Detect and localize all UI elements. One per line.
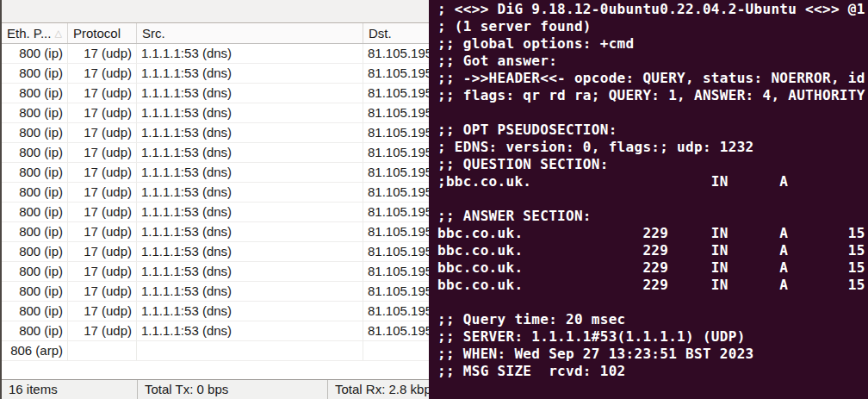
- cell-eth: 800 (ip): [2, 183, 68, 202]
- column-header-label: Eth. P...: [7, 26, 51, 41]
- column-header-label: Protocol: [73, 26, 121, 41]
- cell-protocol: 17 (udp): [68, 103, 137, 122]
- cell-src: 1.1.1.1:53 (dns): [137, 123, 363, 142]
- cell-src: 1.1.1.1:53 (dns): [137, 143, 363, 162]
- cell-src: 1.1.1.1:53 (dns): [137, 103, 363, 122]
- cell-protocol: 17 (udp): [68, 242, 137, 261]
- cell-src: 1.1.1.1:53 (dns): [137, 282, 363, 301]
- status-total-tx: Total Tx: 0 bps: [137, 380, 327, 399]
- terminal-line: ; (1 server found): [437, 18, 868, 35]
- terminal-line: ;; flags: qr rd ra; QUERY: 1, ANSWER: 4,…: [437, 87, 868, 104]
- column-header-src[interactable]: Src.: [137, 23, 363, 43]
- cell-eth: 800 (ip): [2, 242, 68, 261]
- terminal-line: [437, 104, 868, 122]
- cell-protocol: 17 (udp): [68, 163, 137, 182]
- cell-src: 1.1.1.1:53 (dns): [137, 203, 363, 221]
- terminal-window[interactable]: ; <<>> DiG 9.18.12-0ubuntu0.22.04.2-Ubun…: [429, 0, 868, 399]
- terminal-line: ;; OPT PSEUDOSECTION:: [437, 122, 868, 139]
- cell-protocol: 17 (udp): [68, 44, 137, 63]
- cell-src: [137, 341, 363, 360]
- terminal-line: [437, 294, 868, 311]
- cell-eth: 800 (ip): [2, 163, 68, 182]
- column-header-label: Src.: [142, 26, 165, 41]
- terminal-line: ;; MSG SIZE rcvd: 102: [437, 363, 868, 380]
- cell-src: 1.1.1.1:53 (dns): [137, 64, 363, 83]
- terminal-line: [437, 190, 868, 208]
- cell-src: 1.1.1.1:53 (dns): [137, 242, 363, 261]
- terminal-line: bbc.co.uk. 229 IN A 15: [437, 277, 868, 294]
- cell-protocol: 17 (udp): [68, 321, 137, 340]
- terminal-line: ; <<>> DiG 9.18.12-0ubuntu0.22.04.2-Ubun…: [437, 1, 868, 18]
- cell-src: 1.1.1.1:53 (dns): [137, 262, 363, 281]
- terminal-line: ;; Query time: 20 msec: [437, 311, 868, 328]
- cell-protocol: 17 (udp): [68, 203, 137, 221]
- terminal-line: ;; QUESTION SECTION:: [437, 156, 868, 173]
- cell-eth: 800 (ip): [2, 84, 68, 103]
- terminal-line: ;; WHEN: Wed Sep 27 13:23:51 BST 2023: [437, 346, 868, 363]
- terminal-line: ; EDNS: version: 0, flags:; udp: 1232: [437, 139, 868, 156]
- terminal-line: ;bbc.co.uk. IN A: [437, 173, 868, 190]
- cell-protocol: [68, 341, 137, 360]
- cell-eth: 800 (ip): [2, 203, 68, 221]
- screen: Eth. P...△ProtocolSrc.Dst. 800 (ip)17 (u…: [0, 0, 868, 399]
- cell-eth: 800 (ip): [2, 282, 68, 301]
- terminal-line: ;; ANSWER SECTION:: [437, 208, 868, 225]
- cell-src: 1.1.1.1:53 (dns): [137, 44, 363, 63]
- cell-eth: 800 (ip): [2, 64, 68, 83]
- cell-protocol: 17 (udp): [68, 222, 137, 241]
- cell-eth: 800 (ip): [2, 44, 68, 63]
- terminal-line: ;; global options: +cmd: [437, 35, 868, 53]
- cell-protocol: 17 (udp): [68, 64, 137, 83]
- cell-eth: 800 (ip): [2, 123, 68, 142]
- cell-src: 1.1.1.1:53 (dns): [137, 183, 363, 202]
- cell-eth: 800 (ip): [2, 103, 68, 122]
- cell-protocol: 17 (udp): [68, 302, 137, 321]
- cell-src: 1.1.1.1:53 (dns): [137, 163, 363, 182]
- cell-eth: 800 (ip): [2, 143, 68, 162]
- cell-eth: 800 (ip): [2, 302, 68, 321]
- terminal-line: ;; Got answer:: [437, 53, 868, 70]
- column-header-protocol[interactable]: Protocol: [68, 23, 137, 43]
- cell-src: 1.1.1.1:53 (dns): [137, 84, 363, 103]
- cell-eth: 800 (ip): [2, 222, 68, 241]
- sort-ascending-icon: △: [55, 28, 62, 38]
- cell-protocol: 17 (udp): [68, 282, 137, 301]
- cell-protocol: 17 (udp): [68, 143, 137, 162]
- terminal-line: bbc.co.uk. 229 IN A 15: [437, 225, 868, 242]
- terminal-line: bbc.co.uk. 229 IN A 15: [437, 259, 868, 277]
- cell-src: 1.1.1.1:53 (dns): [137, 222, 363, 241]
- cell-eth: 806 (arp): [2, 341, 68, 360]
- column-header-eth[interactable]: Eth. P...△: [2, 23, 68, 43]
- status-items-count: 16 items: [2, 380, 137, 399]
- cell-protocol: 17 (udp): [68, 183, 137, 202]
- cell-src: 1.1.1.1:53 (dns): [137, 302, 363, 321]
- cell-eth: 800 (ip): [2, 321, 68, 340]
- column-header-label: Dst.: [369, 26, 392, 41]
- cell-protocol: 17 (udp): [68, 262, 137, 281]
- cell-eth: 800 (ip): [2, 262, 68, 281]
- cell-src: 1.1.1.1:53 (dns): [137, 321, 363, 340]
- cell-protocol: 17 (udp): [68, 123, 137, 142]
- terminal-line: [437, 380, 868, 397]
- cell-protocol: 17 (udp): [68, 84, 137, 103]
- terminal-line: ;; SERVER: 1.1.1.1#53(1.1.1.1) (UDP): [437, 328, 868, 346]
- terminal-line: bbc.co.uk. 229 IN A 15: [437, 242, 868, 259]
- terminal-line: ;; ->>HEADER<<- opcode: QUERY, status: N…: [437, 70, 868, 87]
